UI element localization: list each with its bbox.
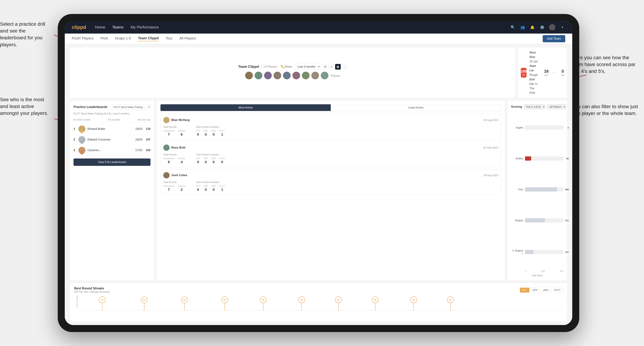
leaderboard-name-3: Cameron... (88, 149, 135, 152)
shot-marker2-label: yds (561, 74, 564, 76)
rees-practice: 4 (180, 160, 182, 164)
svg-text:5x: 5x (262, 299, 264, 301)
practice-leaderboard: Practice Leaderboards PUTT Must Make Put… (70, 101, 154, 280)
scoring-filter[interactable]: Par 3, 4 & 5s (524, 104, 545, 109)
leaderboard-name-1: Richard Butler (88, 127, 135, 131)
svg-text:6x: 6x (143, 299, 146, 301)
grid-view-icon[interactable]: ⊞ (322, 64, 328, 70)
rees-tournament: 8 (168, 160, 170, 164)
show-select[interactable]: Last 3 months (295, 64, 320, 70)
team-count: | (261, 65, 262, 68)
scoring-players-filter[interactable]: All Players (547, 104, 566, 109)
player-avatar-3[interactable] (264, 72, 272, 79)
filter-ott[interactable]: OTT (520, 288, 530, 293)
filter-app[interactable]: APP (530, 288, 540, 293)
leaderboard-subtitle: PUTT Must Make Putting (3-6 ft), Last 3 … (74, 112, 150, 115)
x-axis-label: Total Shots (511, 274, 564, 277)
subnav-tour[interactable]: Tour (166, 36, 172, 41)
most-active-tab[interactable]: Most Active (160, 104, 331, 111)
blair-ott: 0 (197, 133, 199, 137)
player-avatar-4[interactable] (274, 72, 281, 79)
svg-text:3x: 3x (412, 299, 415, 301)
nav-my-performance[interactable]: My Performance (130, 25, 159, 29)
nav-logo: clippd (72, 24, 86, 30)
team-header: Team Clippd | 14 Players ✏️ Show: Last 3… (70, 47, 515, 98)
leaderboard-score-1: 19/20 (135, 127, 142, 131)
show-label: Show: (284, 65, 292, 68)
edit-icon[interactable]: ✏️ (280, 65, 284, 69)
medal-gold-1: 1 (80, 130, 84, 133)
medal-silver-2: 2 (80, 141, 84, 144)
player-avatar-5[interactable] (283, 72, 291, 79)
player-avatar-8[interactable] (311, 72, 319, 79)
players-label: Players (330, 74, 340, 77)
top-nav: clippd Home Teams My Performance 🔍 👥 🔔 ⚙… (65, 21, 572, 33)
subnav-team-clippd[interactable]: Team Clippd (138, 36, 159, 41)
sub-nav: PGAT Players PGA Hcaps 1-5 Team Clippd T… (65, 33, 572, 44)
player-avatar-6[interactable] (292, 72, 300, 79)
svg-text:4x: 4x (300, 299, 303, 301)
leaderboard-filter[interactable]: PUTT Must Make Putting ... (111, 104, 150, 110)
annotation-right2: You can also filter to show just one pla… (572, 103, 639, 117)
player-avatar-9[interactable] (321, 72, 328, 79)
people-icon[interactable]: 👥 (520, 24, 525, 30)
leaderboard-table-header: PLAYER NAME PB SCORE PB AVG SQ (74, 117, 150, 122)
shot-distance-unit: yd (522, 73, 525, 76)
nav-teams[interactable]: Teams (112, 25, 124, 29)
list-view-icon[interactable]: ≡ (329, 64, 334, 70)
subnav-hcaps[interactable]: Hcaps 1-5 (115, 36, 131, 41)
show-controls: Show: Last 3 months ⊞ ≡ ▦ ↕ (284, 64, 347, 70)
scoring-title: Scoring (511, 105, 522, 109)
shot-distance-value: 198 (521, 69, 526, 73)
tabs-row: Most Active Least Active (160, 104, 501, 111)
active-players-panel: Most Active Least Active Blair McHarg 26… (157, 101, 505, 280)
filter-arg[interactable]: ARG (541, 288, 551, 293)
chevron-down-icon[interactable]: ▼ (560, 24, 565, 30)
player-avatar-2[interactable] (254, 72, 262, 79)
shot-info-card: 198 yd Shot Dist: 16 yds Start Lie: Roug… (518, 47, 567, 98)
leaderboard-avatar-3: 3 (78, 147, 86, 154)
svg-text:4x: 4x (374, 299, 376, 301)
sort-icon[interactable]: ↕ (342, 64, 347, 70)
add-team-button[interactable]: Add Team (543, 35, 565, 42)
rees-date: 02 Sep 2023 (483, 146, 498, 149)
players-avatars (245, 72, 328, 79)
bell-icon[interactable]: 🔔 (530, 24, 535, 30)
subnav-pgat[interactable]: PGAT Players (72, 36, 94, 41)
svg-text:4x: 4x (337, 299, 340, 301)
shot-markers: 16 yds 0 yds (544, 69, 564, 76)
leaderboard-avatar-2: 2 (78, 136, 86, 143)
card-view-icon[interactable]: ▦ (335, 64, 341, 70)
subnav-all-players[interactable]: All Players (180, 36, 196, 41)
player-avatar-1[interactable] (245, 72, 253, 79)
subnav-pga[interactable]: PGA (100, 36, 108, 41)
user-avatar[interactable] (549, 24, 556, 30)
blair-name: Blair McHarg (171, 118, 190, 122)
shot-distance-badge: 198 yd (521, 68, 526, 78)
leaderboard-avg-2: 107 (146, 138, 150, 141)
tablet-screen: clippd Home Teams My Performance 🔍 👥 🔔 ⚙… (65, 21, 572, 325)
view-full-leaderboard-button[interactable]: View Full Leaderboard (74, 159, 150, 166)
least-active-tab[interactable]: Least Active (331, 104, 501, 111)
search-icon[interactable]: 🔍 (510, 24, 516, 30)
scoring-panel: Scoring Par 3, 4 & 5s All Players Eagles (508, 101, 567, 280)
leaderboard-name-2: Edward Crossman (88, 138, 135, 141)
josh-name: Josh Coles (171, 173, 187, 177)
leaderboard-row-2: 2 2 Edward Crossman 18/20 107 (74, 134, 150, 145)
filter-putt[interactable]: PUTT (552, 288, 563, 293)
x-axis: 0 200 400 (511, 269, 564, 272)
bar-row-pars: Pars 499 (511, 187, 564, 191)
blair-app: 0 (205, 133, 207, 137)
player-card-3: Josh Coles 26 Aug 2023 Total Rounds Tour… (160, 169, 501, 195)
leaderboard-row-1: 1 1 Richard Butler 19/20 110 (74, 124, 150, 134)
shot-marker1-label: yds (544, 74, 548, 76)
settings-icon[interactable]: ⚙️ (539, 24, 545, 30)
nav-home[interactable]: Home (95, 25, 105, 29)
best-round-streaks: Best Round Streaks Off The Tee, Fairway … (70, 283, 567, 322)
player-avatar-7[interactable] (302, 72, 310, 79)
blair-date: 26 Aug 2023 (484, 119, 498, 121)
bar-row-bogeys: Bogeys 311 (511, 218, 564, 222)
svg-text:3x: 3x (449, 299, 452, 301)
streak-chart-svg: Hole, Fairway Accuracy 7x 6x (74, 295, 563, 316)
blair-avatar (163, 117, 170, 123)
